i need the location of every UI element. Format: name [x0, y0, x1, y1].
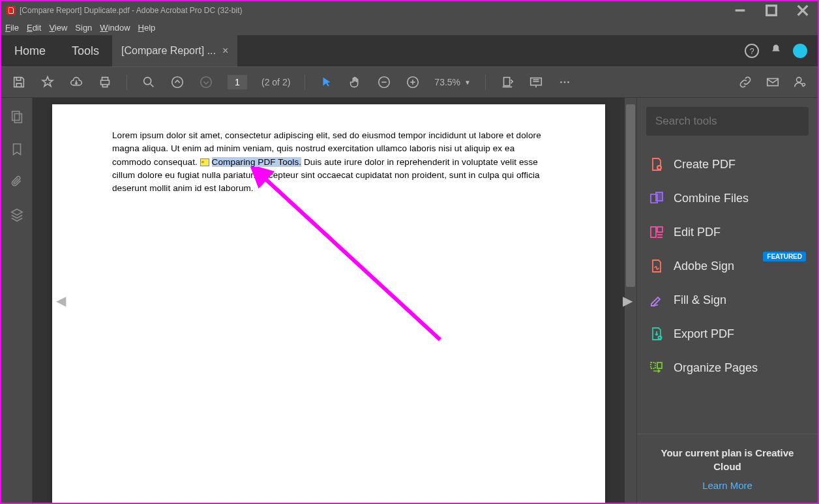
svg-rect-1: [767, 6, 777, 16]
tool-label: Combine Files: [674, 192, 749, 205]
adobe-sign-icon: [649, 258, 664, 274]
tool-item-combine-files[interactable]: Combine Files: [637, 181, 818, 215]
page-display-icon[interactable]: [500, 75, 514, 89]
tab-tools[interactable]: Tools: [59, 35, 112, 67]
menu-window[interactable]: Window: [100, 23, 130, 33]
right-panel: Create PDFCombine FilesEdit PDFAdobe Sig…: [636, 98, 818, 503]
organize-pages-icon: [649, 360, 664, 376]
print-icon[interactable]: [98, 75, 112, 89]
svg-rect-33: [651, 227, 656, 237]
plan-footer: Your current plan is Creative Cloud Lear…: [637, 434, 818, 503]
menubar: File Edit View Sign Window Help: [1, 20, 818, 35]
svg-point-7: [201, 77, 212, 88]
svg-rect-26: [14, 113, 22, 123]
prev-page-chevron[interactable]: ◀: [56, 293, 66, 308]
document-area: ◀ Lorem ipsum dolor sit amet, consectetu…: [33, 98, 636, 503]
zoom-display[interactable]: 73.5% ▼: [434, 77, 471, 87]
minimize-button[interactable]: [730, 3, 750, 18]
page-down-icon: [199, 75, 213, 89]
svg-point-19: [567, 82, 569, 83]
tool-item-edit-pdf[interactable]: Edit PDF: [637, 215, 818, 249]
svg-rect-25: [12, 111, 19, 121]
app-icon: [7, 6, 16, 15]
menu-view[interactable]: View: [49, 23, 67, 33]
left-sidebar: [1, 98, 33, 503]
svg-point-18: [564, 82, 566, 83]
tab-home[interactable]: Home: [1, 35, 59, 67]
zoom-out-icon[interactable]: [377, 75, 391, 89]
close-button[interactable]: [793, 3, 812, 18]
menu-edit[interactable]: Edit: [27, 23, 41, 33]
zoom-value: 73.5%: [434, 77, 460, 87]
cloud-icon[interactable]: [69, 75, 83, 89]
zoom-in-icon[interactable]: [406, 75, 420, 89]
tool-item-export-pdf[interactable]: Export PDF: [637, 317, 818, 351]
featured-badge: FEATURED: [763, 252, 806, 261]
more-tools-icon[interactable]: [558, 75, 572, 89]
scrollbar-thumb[interactable]: [626, 104, 635, 287]
star-icon[interactable]: [40, 75, 55, 89]
export-pdf-icon: [649, 326, 664, 342]
page-input[interactable]: [228, 75, 247, 89]
tab-close-icon[interactable]: ×: [222, 45, 228, 57]
find-icon[interactable]: [141, 75, 156, 89]
attachments-icon[interactable]: [10, 175, 24, 189]
tool-label: Fill & Sign: [674, 293, 726, 307]
svg-point-17: [560, 82, 562, 83]
menu-sign[interactable]: Sign: [75, 23, 92, 33]
tool-label: Edit PDF: [674, 226, 721, 239]
page-up-icon[interactable]: [170, 75, 185, 89]
pan-tool-icon[interactable]: [348, 75, 363, 89]
svg-point-21: [797, 78, 801, 82]
svg-rect-38: [651, 363, 655, 368]
create-pdf-icon: [649, 156, 664, 172]
tool-item-adobe-sign[interactable]: Adobe SignFEATURED: [637, 249, 818, 283]
svg-point-6: [172, 77, 183, 88]
save-icon[interactable]: [12, 75, 26, 89]
svg-line-5: [151, 84, 154, 87]
menu-file[interactable]: File: [5, 23, 19, 33]
tool-label: Adobe Sign: [674, 259, 734, 273]
maximize-button[interactable]: [762, 3, 781, 18]
layers-icon[interactable]: [10, 207, 24, 222]
page-count: (2 of 2): [261, 77, 290, 87]
tool-label: Organize Pages: [674, 361, 758, 375]
read-mode-icon[interactable]: [529, 75, 543, 89]
notifications-icon[interactable]: [769, 43, 782, 59]
svg-rect-39: [657, 363, 662, 368]
main-area: ◀ Lorem ipsum dolor sit amet, consectetu…: [1, 98, 818, 503]
user-avatar[interactable]: [793, 44, 807, 58]
document-page[interactable]: Lorem ipsum dolor sit amet, consectetur …: [52, 104, 605, 503]
svg-line-27: [261, 175, 440, 340]
select-tool-icon[interactable]: [320, 75, 334, 89]
combine-files-icon: [649, 190, 664, 206]
bookmarks-icon[interactable]: [10, 142, 24, 156]
search-tools-input[interactable]: [646, 107, 809, 136]
menu-help[interactable]: Help: [138, 23, 156, 33]
highlighted-text[interactable]: Comparing PDF Tools.: [212, 157, 302, 167]
tool-item-fill-&-sign[interactable]: Fill & Sign: [637, 283, 818, 317]
arrow-annotation: [248, 167, 625, 503]
learn-more-link[interactable]: Learn More: [650, 480, 805, 491]
thumbnails-icon[interactable]: [10, 110, 24, 124]
tab-document-label: [Compare Report] ...: [121, 45, 216, 57]
tab-document[interactable]: [Compare Report] ... ×: [112, 35, 237, 67]
tool-item-create-pdf[interactable]: Create PDF: [637, 147, 818, 181]
titlebar: [Compare Report] Duplicate.pdf - Adobe A…: [1, 1, 818, 20]
tools-list: Create PDFCombine FilesEdit PDFAdobe Sig…: [637, 145, 818, 434]
svg-rect-32: [656, 192, 663, 201]
tool-item-organize-pages[interactable]: Organize Pages: [637, 351, 818, 385]
chevron-down-icon: ▼: [464, 79, 471, 86]
help-icon[interactable]: ?: [745, 44, 759, 58]
next-page-chevron[interactable]: ▶: [623, 293, 633, 308]
fill-sign-icon: [649, 292, 664, 308]
share-link-icon[interactable]: [738, 75, 752, 89]
email-icon[interactable]: [766, 75, 780, 89]
annotation-note-icon[interactable]: ≡: [200, 158, 209, 166]
share-people-icon[interactable]: [793, 75, 807, 89]
svg-point-4: [144, 78, 151, 85]
tool-label: Create PDF: [674, 158, 736, 171]
tabbar: Home Tools [Compare Report] ... × ?: [1, 35, 818, 67]
plan-text: Your current plan is Creative Cloud: [650, 446, 805, 473]
window-title: [Compare Report] Duplicate.pdf - Adobe A…: [20, 6, 730, 15]
